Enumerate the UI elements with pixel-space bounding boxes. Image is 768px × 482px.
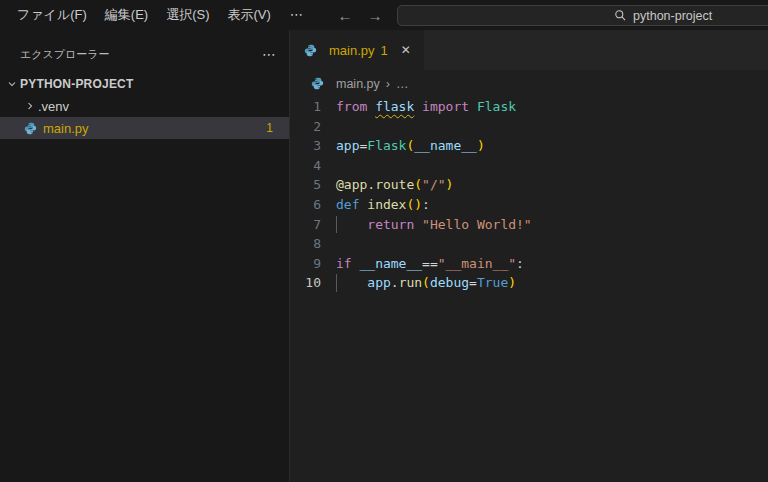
indent-guide — [336, 216, 337, 234]
tab-main-py[interactable]: main.py 1 ✕ — [290, 30, 425, 70]
code-line-3[interactable]: 3app=Flask(__name__) — [290, 136, 768, 156]
code-line-7[interactable]: 7 return "Hello World!" — [290, 215, 768, 235]
root-folder-label: PYTHON-PROJECT — [20, 77, 133, 91]
breadcrumb-file[interactable]: main.py — [336, 77, 380, 91]
workbench: エクスプローラー ⋯ PYTHON-PROJECT .venv — [0, 30, 768, 482]
forward-button[interactable]: → — [366, 7, 384, 24]
line-number[interactable]: 8 — [290, 234, 336, 254]
tab-label: main.py — [329, 43, 375, 58]
line-content: @app.route("/") — [336, 175, 453, 195]
command-center-query: python-project — [633, 9, 712, 23]
line-content: app=Flask(__name__) — [336, 136, 485, 156]
breadcrumb-more[interactable]: … — [396, 77, 409, 91]
tab-close-button[interactable]: ✕ — [398, 42, 414, 58]
line-number[interactable]: 3 — [290, 136, 336, 156]
chevron-right-icon — [22, 100, 38, 112]
python-file-icon — [309, 77, 325, 90]
vscode-window: ファイル(F)編集(E)選択(S)表示(V)⋯ ← → python-proje… — [0, 0, 768, 482]
line-content: app.run(debug=True) — [336, 273, 516, 293]
explorer-sidebar: エクスプローラー ⋯ PYTHON-PROJECT .venv — [0, 30, 290, 482]
editor-group: main.py 1 ✕ main.py › … 1from flask impo… — [290, 30, 768, 482]
line-content: from flask import Flask — [336, 97, 516, 117]
line-number[interactable]: 5 — [290, 175, 336, 195]
code-area: 1from flask import Flask23app=Flask(__na… — [290, 97, 768, 293]
code-line-10[interactable]: 10 app.run(debug=True) — [290, 273, 768, 293]
tree-item-main-py[interactable]: main.py 1 — [0, 117, 289, 139]
folder-label: .venv — [38, 99, 69, 114]
line-number[interactable]: 4 — [290, 156, 336, 176]
code-line-9[interactable]: 9if __name__=="__main__": — [290, 254, 768, 274]
line-number[interactable]: 2 — [290, 117, 336, 137]
line-number[interactable]: 6 — [290, 195, 336, 215]
indent-guide — [336, 274, 337, 292]
code-line-4[interactable]: 4 — [290, 156, 768, 176]
tabstrip: main.py 1 ✕ — [290, 30, 768, 70]
line-content: def index(): — [336, 195, 430, 215]
menu-item-1[interactable]: 編集(E) — [96, 0, 157, 30]
python-file-icon — [22, 122, 38, 135]
chevron-down-icon — [4, 78, 20, 90]
code-line-5[interactable]: 5@app.route("/") — [290, 175, 768, 195]
menu-item-0[interactable]: ファイル(F) — [8, 0, 96, 30]
problems-count-badge: 1 — [266, 121, 289, 135]
search-icon — [614, 9, 627, 22]
titlebar: ファイル(F)編集(E)選択(S)表示(V)⋯ ← → python-proje… — [0, 0, 768, 30]
line-content: return "Hello World!" — [336, 215, 532, 235]
file-label: main.py — [43, 121, 89, 136]
code-line-8[interactable]: 8 — [290, 234, 768, 254]
line-content: if __name__=="__main__": — [336, 254, 524, 274]
tab-problems-badge: 1 — [381, 43, 388, 58]
history-navigation: ← → — [336, 0, 384, 30]
explorer-header: エクスプローラー ⋯ — [0, 43, 289, 65]
menu-item-3[interactable]: 表示(V) — [219, 0, 280, 30]
menubar: ファイル(F)編集(E)選択(S)表示(V)⋯ — [0, 0, 314, 30]
tree-root-python-project[interactable]: PYTHON-PROJECT — [0, 73, 289, 95]
python-file-icon — [302, 44, 318, 57]
breadcrumb: main.py › … — [290, 70, 768, 97]
line-number[interactable]: 7 — [290, 215, 336, 235]
breadcrumb-separator: › — [386, 77, 390, 91]
explorer-more-actions-button[interactable]: ⋯ — [262, 46, 277, 62]
command-center-search[interactable]: python-project — [397, 5, 768, 26]
explorer-title: エクスプローラー — [20, 47, 110, 62]
code-line-6[interactable]: 6def index(): — [290, 195, 768, 215]
tree-item-venv[interactable]: .venv — [0, 95, 289, 117]
file-tree: PYTHON-PROJECT .venv — [0, 73, 289, 139]
code-line-2[interactable]: 2 — [290, 117, 768, 137]
menu-more-button[interactable]: ⋯ — [280, 0, 314, 30]
back-button[interactable]: ← — [336, 7, 354, 24]
line-number[interactable]: 10 — [290, 273, 336, 293]
line-number[interactable]: 1 — [290, 97, 336, 117]
line-number[interactable]: 9 — [290, 254, 336, 274]
code-line-1[interactable]: 1from flask import Flask — [290, 97, 768, 117]
menu-item-2[interactable]: 選択(S) — [157, 0, 218, 30]
